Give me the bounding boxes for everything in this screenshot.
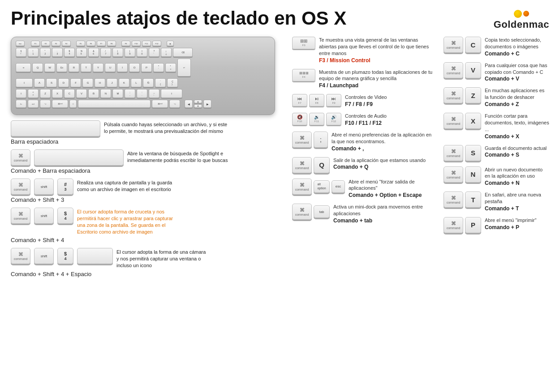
middle-col: ⊞⊞ F3 Te muestra una vista general de la…	[292, 37, 435, 282]
cmd-key-s: ⌘ command	[444, 145, 463, 161]
logo-circles	[514, 10, 529, 18]
cmd-t-keys: ⌘ command T	[444, 192, 481, 208]
logo-circle-orange	[523, 11, 529, 17]
cmd-comma-title: Comando + ,	[332, 145, 435, 152]
cmd-key-t: ⌘ command	[444, 192, 463, 208]
cmd-space-desc: Abre la ventana de búsqueda de Spotlight…	[127, 150, 244, 164]
cmd-s-desc: Guarda el documento actual	[485, 145, 547, 152]
f4-item: ⊞⊞⊞ F4 Muestra de un plumazo todas las a…	[292, 69, 435, 89]
spacebar-title: Barra espaciadora	[11, 138, 284, 145]
x-key: X	[465, 113, 481, 129]
spacebar-key-2	[34, 149, 124, 166]
cmd-shift-3-title: Comando + Shift + 3	[11, 196, 284, 203]
f7f8f9-desc: Controles de Video	[345, 94, 387, 101]
cmd-key-1: ⌘ command	[11, 149, 30, 166]
f10f11f12-item: 🔇 F10 🔉 F11 🔊	[292, 113, 435, 126]
cmd-comma-desc: Abre el menú preferencias de la aplicaci…	[332, 132, 435, 145]
cmd-tab-desc: Activa un mini-dock para movernos entre …	[333, 204, 435, 217]
f3-desc: Te muestra una vista general de las vent…	[319, 37, 435, 57]
cmd-space-section: ⌘ command Abre la ventana de búsqueda de…	[11, 149, 284, 174]
cmd-z-item: ⌘ command Z En muchas aplicaciones es la…	[444, 87, 549, 107]
cmd-c-keys: ⌘ command C	[444, 37, 481, 53]
shift-key-3: shift	[34, 248, 54, 264]
main-title: Principales atajos de teclado en OS X	[11, 8, 346, 29]
cmd-key-3: ⌘ command	[11, 208, 30, 224]
cmd-c-desc: Copia texto seleccionado, documentos o i…	[485, 37, 549, 50]
f10f11f12-keys: 🔇 F10 🔉 F11 🔊	[292, 113, 341, 125]
cmd-p-desc: Abre el menú "imprimir"	[485, 217, 536, 224]
cmd-q-item: ⌘ command Q Salir de la aplicación que e…	[292, 157, 435, 173]
cmd-option-esc-keys: ⌘ command altoption esc	[292, 179, 345, 195]
cmd-comma-keys: ⌘ command ;	[292, 132, 328, 148]
cmd-p-title: Comando + P	[485, 224, 536, 230]
cmd-comma-item: ⌘ command ; Abre el menú preferencias de…	[292, 132, 435, 152]
cmd-shift-4-space-desc: El cursor adopta la forma de una cámara …	[116, 249, 206, 269]
cmd-t-item: ⌘ command T En safari, abre una nueva pe…	[444, 192, 549, 212]
logo-circle-gold	[514, 10, 522, 18]
cmd-tab-keys: ⌘ command tab	[292, 204, 330, 220]
cmd-key-p: ⌘ command	[444, 217, 463, 233]
cmd-x-title: Comando + X	[485, 133, 549, 140]
page: Principales atajos de teclado en OS X Go…	[0, 0, 560, 392]
spacebar-section: Púlsala cuando hayas seleccionado un arc…	[11, 120, 284, 145]
cmd-key-tab: ⌘ command	[292, 204, 312, 220]
cmd-v-title: Comando + V	[485, 76, 549, 82]
f10-key: 🔇 F10	[292, 113, 307, 125]
cmd-z-desc: En muchas aplicaciones es la función de …	[485, 87, 549, 101]
cmd-t-desc: En safari, abre una nueva pestaña	[485, 192, 549, 205]
dollar-4-key-2: $4	[57, 248, 73, 264]
cmd-z-title: Comando + Z	[485, 101, 549, 107]
cmd-shift-4-section: ⌘ command shift $4 El cursor adopta form…	[11, 208, 284, 243]
cmd-option-esc-item: ⌘ command altoption esc Abre el menú "fo…	[292, 179, 435, 199]
cmd-key-n: ⌘ command	[444, 166, 463, 183]
p-key: P	[465, 217, 481, 233]
alt-key: altoption	[314, 180, 330, 193]
cmd-c-item: ⌘ command C Copia texto seleccionado, do…	[444, 37, 549, 57]
cmd-n-title: Comando + N	[485, 180, 549, 186]
cmd-tab-item: ⌘ command tab Activa un mini-dock para m…	[292, 204, 435, 224]
shift-key-2: shift	[34, 208, 54, 224]
f7-key: ⏮ F7	[292, 94, 307, 107]
cmd-key-q: ⌘ command	[292, 157, 312, 173]
cmd-v-desc: Para cualquier cosa que has copiado con …	[485, 62, 549, 76]
cmd-key-2: ⌘ command	[11, 179, 30, 195]
cmd-p-item: ⌘ command P Abre el menú "imprimir" Coma…	[444, 217, 549, 233]
cmd-s-keys: ⌘ command S	[444, 145, 481, 161]
f4-keys: ⊞⊞⊞ F4	[292, 69, 315, 81]
dollar-4-key: $4	[57, 208, 73, 224]
cmd-shift-4-title: Comando + Shift + 4	[11, 237, 284, 243]
cmd-option-esc-title: Comando + Option + Escape	[349, 192, 435, 198]
content: esc F1 F2 F3 F4 F5 F6 F7 F8 F9 F10 F11 F…	[11, 37, 549, 282]
esc-key: esc	[332, 180, 345, 193]
cmd-v-keys: ⌘ command V	[444, 62, 481, 78]
cmd-key-c: ⌘ command	[444, 37, 463, 53]
tab-key: tab	[314, 205, 330, 218]
q-key: Q	[314, 157, 330, 173]
f8-key: ⏯ F8	[309, 94, 324, 107]
cmd-key-v: ⌘ command	[444, 62, 463, 78]
f11-key: 🔉 F11	[309, 113, 324, 125]
f10f11f12-desc: Controles de Audio	[345, 113, 387, 119]
cmd-option-esc-desc: Abre el menú "forzar salida de aplicacio…	[349, 179, 435, 192]
header: Principales atajos de teclado en OS X Go…	[11, 8, 549, 30]
cmd-x-keys: ⌘ command X	[444, 113, 481, 129]
logo-text: Goldenmac	[494, 19, 549, 30]
cmd-key-4: ⌘ command	[11, 248, 30, 264]
f12-key: 🔊 F12	[326, 113, 341, 125]
hash-key: #3	[57, 179, 73, 195]
f4-key: ⊞⊞⊞ F4	[292, 69, 315, 81]
cmd-shift-4-desc: El cursor adopta forma de cruceta y nos …	[77, 209, 180, 235]
right-col: ⌘ command C Copia texto seleccionado, do…	[444, 37, 549, 282]
cmd-n-desc: Abrir un nuevo documento en la aplicació…	[485, 166, 549, 180]
f7f8f9-title: F7 / F8 / F9	[345, 101, 387, 107]
v-key: V	[465, 62, 481, 78]
t-key: T	[465, 192, 481, 208]
s-key: S	[465, 145, 481, 161]
f3-item: ⊞⊞ F3 Te muestra una vista general de la…	[292, 37, 435, 64]
c-key: C	[465, 37, 481, 53]
f4-title: F4 / Launchpad	[319, 82, 435, 89]
cmd-s-title: Comando + S	[485, 152, 547, 158]
comma-key: ;	[314, 132, 328, 148]
cmd-shift-3-desc: Realiza una captura de pantalla y la gua…	[77, 179, 180, 193]
f3-key: ⊞⊞ F3	[292, 37, 315, 49]
